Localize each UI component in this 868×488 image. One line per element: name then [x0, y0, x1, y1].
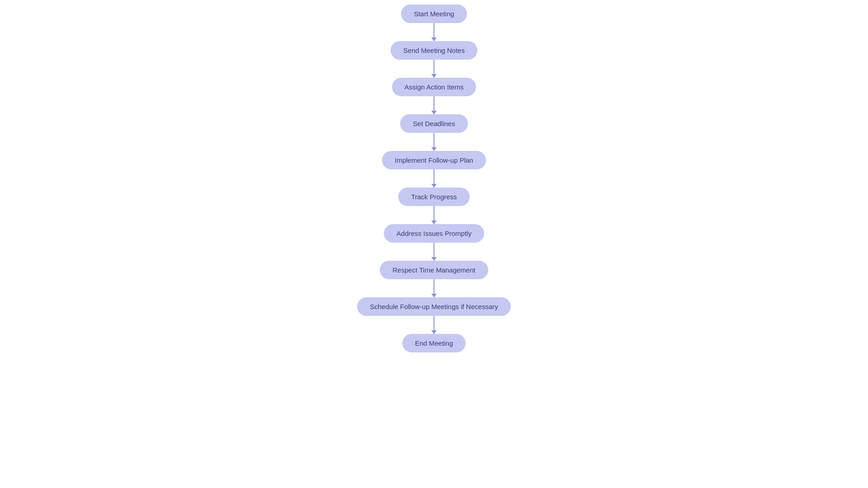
flowchart-node-send-meeting-notes: Send Meeting Notes [391, 41, 477, 60]
flow-arrow-6 [434, 243, 434, 261]
flowchart-node-implement-followup-plan: Implement Follow-up Plan [382, 151, 486, 169]
flowchart-node-assign-action-items: Assign Action Items [392, 78, 476, 96]
flowchart-node-track-progress: Track Progress [398, 188, 469, 206]
flow-arrow-4 [434, 169, 434, 188]
flow-arrow-1 [434, 60, 434, 78]
flowchart-node-start-meeting: Start Meeting [401, 5, 467, 23]
flowchart: Start MeetingSend Meeting NotesAssign Ac… [0, 0, 868, 352]
flow-arrow-0 [434, 23, 434, 41]
flowchart-node-schedule-followup-meetings: Schedule Follow-up Meetings if Necessary [357, 297, 510, 316]
flow-arrow-7 [434, 279, 434, 297]
flow-arrow-2 [434, 96, 434, 114]
flow-arrow-8 [434, 316, 434, 334]
flowchart-node-end-meeting: End Meeting [402, 334, 466, 352]
flowchart-node-address-issues-promptly: Address Issues Promptly [384, 224, 484, 243]
flowchart-node-set-deadlines: Set Deadlines [400, 114, 467, 133]
flow-arrow-3 [434, 133, 434, 151]
flowchart-node-respect-time-management: Respect Time Management [380, 261, 488, 279]
flow-arrow-5 [434, 206, 434, 224]
